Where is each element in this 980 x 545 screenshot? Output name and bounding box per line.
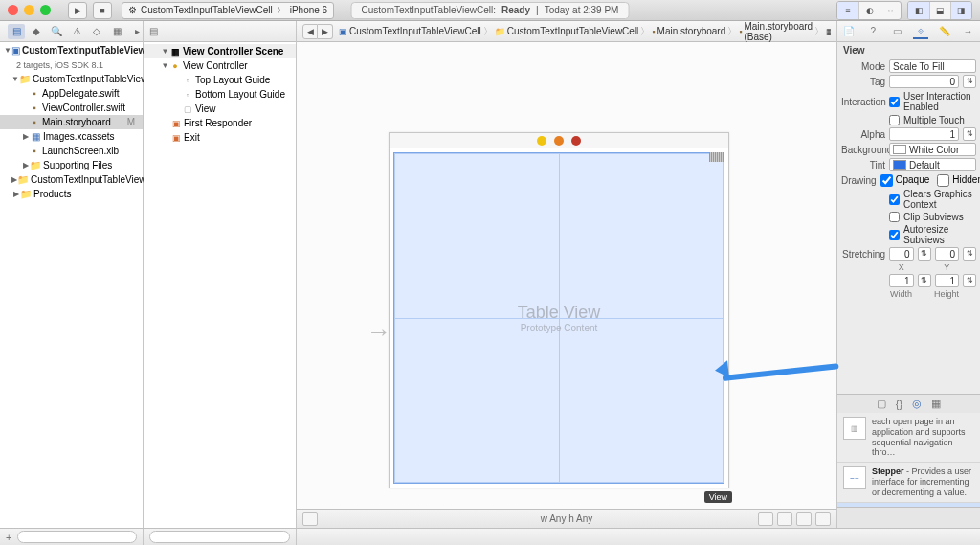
tag-field[interactable]: 0 [889,75,959,88]
file-appdelegate[interactable]: ▪AppDelegate.swift [0,86,143,101]
file-viewcontroller[interactable]: ▪ViewController.swift [0,101,143,115]
first-responder-node[interactable]: ▣First Responder [144,116,296,130]
mode-select[interactable]: Scale To Fill [889,59,976,73]
left-panel-icon[interactable]: ◧ [908,2,929,19]
tag-stepper[interactable]: ⇅ [963,75,976,88]
bottom-layout-guide[interactable]: ▫Bottom Layout Guide [144,87,296,102]
lib-item-navcontroller[interactable]: ▥each open page in an application and su… [837,413,980,463]
exit-icon[interactable] [571,136,581,146]
align-button[interactable] [758,512,773,526]
user-interaction-checkbox[interactable]: User Interaction Enabled [889,90,976,113]
nav-forward-button[interactable]: ▶ [318,24,333,39]
stretch-x-stepper[interactable]: ⇅ [918,247,931,261]
alpha-stepper[interactable]: ⇅ [963,127,976,141]
debug-navigator-icon[interactable]: ▦ [108,24,125,39]
view-node[interactable]: ▢View [144,102,296,116]
file-images[interactable]: ▶▦Images.xcassets [0,129,143,144]
code-snippet-icon[interactable]: {} [896,398,902,410]
stretch-h-field[interactable]: 1 [935,274,960,287]
table-view-drop[interactable]: Table View Prototype Content [393,152,724,484]
group-main[interactable]: ▼📁CustomTextInputTableViewCell [0,72,143,86]
view-controller-frame[interactable]: Table View Prototype Content View [389,132,729,488]
issue-navigator-icon[interactable]: ⚠ [68,24,85,39]
file-template-icon[interactable]: ▢ [877,397,886,410]
lib-item-stepper[interactable]: −+Stepper - Provides a user interface fo… [837,463,980,502]
object-library: ▥each open page in an application and su… [837,413,980,507]
stretch-w-field[interactable]: 1 [889,274,914,287]
size-class-label[interactable]: w Any h Any [541,513,592,524]
stretch-x-field[interactable]: 0 [889,247,914,261]
test-navigator-icon[interactable]: ◇ [88,24,105,39]
titlebar: ▶ ■ ⚙ CustomTextInputTableViewCell 〉 iPh… [0,0,980,21]
view-controller-node[interactable]: ▼●View Controller [144,58,296,73]
symbol-navigator-icon[interactable]: ◆ [28,24,45,39]
identity-inspector-icon[interactable]: ▭ [889,24,904,39]
media-library-icon[interactable]: ▦ [931,397,941,410]
close-icon[interactable] [8,5,18,15]
file-storyboard[interactable]: ▪Main.storyboardM [0,115,143,129]
library-footer [837,507,980,528]
resolve-button[interactable] [796,512,812,526]
editor-mode-selector[interactable]: ≡ ◐ ↔ [836,1,902,20]
exit-node[interactable]: ▣Exit [144,130,296,145]
document-outline: ▤ ▼▦View Controller Scene ▼●View Control… [144,21,297,528]
pin-button[interactable] [777,512,792,526]
clears-context-checkbox[interactable]: Clears Graphics Context [837,188,980,211]
editor-area: ◀▶ ▣CustomTextInputTableViewCell〉 📁Custo… [297,21,836,528]
group-tests[interactable]: ▶📁CustomTextInputTableViewCellTests [0,172,143,187]
file-launch[interactable]: ▪LaunchScreen.xib [0,144,143,158]
size-inspector-icon[interactable]: 📏 [937,24,952,39]
find-navigator-icon[interactable]: 🔍 [48,24,65,39]
tint-select[interactable]: Default [889,158,976,171]
help-inspector-icon[interactable]: ? [865,24,880,39]
stop-button[interactable]: ■ [93,2,112,19]
stretch-y-stepper[interactable]: ⇅ [963,247,976,261]
stepper-icon: −+ [843,466,866,489]
resizing-button[interactable] [815,512,831,526]
size-class-bar[interactable]: w Any h Any [297,509,836,528]
opaque-checkbox[interactable]: Opaque [880,174,930,187]
connections-inspector-icon[interactable]: → [961,24,976,39]
attributes-inspector-icon[interactable]: ⟐ [913,24,928,39]
project-navigator-icon[interactable]: ▤ [8,24,25,39]
hidden-checkbox[interactable]: Hidden [937,174,980,187]
scheme-selector[interactable]: ⚙ CustomTextInputTableViewCell 〉 iPhone … [122,2,334,19]
group-supporting[interactable]: ▶📁Supporting Files [0,158,143,172]
outline-toggle-button[interactable] [302,512,318,526]
outline-filter-input[interactable] [149,531,290,543]
navigator-tabs: ▤ ◆ 🔍 ⚠ ◇ ▦ ▸ ☰ [0,21,143,42]
assistant-editor-icon[interactable]: ◐ [858,2,880,19]
outline-toggle-icon[interactable]: ▤ [149,26,158,36]
navigator-panel: ▤ ◆ 🔍 ⚠ ◇ ▦ ▸ ☰ ▼▣CustomTextInputTableVi… [0,21,144,528]
stretch-h-stepper[interactable]: ⇅ [963,274,976,287]
project-root[interactable]: ▼▣CustomTextInputTableViewCell [0,43,143,57]
first-responder-icon[interactable] [554,136,564,146]
group-products[interactable]: ▶📁Products [0,187,143,201]
panel-toggle-selector[interactable]: ◧ ⬓ ◨ [907,1,972,20]
resize-handle-icon[interactable] [709,152,724,162]
add-button[interactable]: + [6,532,11,543]
alpha-field[interactable]: 1 [889,127,959,141]
autoresize-checkbox[interactable]: Autoresize Subviews [837,223,980,246]
multiple-touch-checkbox[interactable]: Multiple Touch [837,114,980,126]
nav-back-button[interactable]: ◀ [302,24,318,39]
vc-icon[interactable] [537,136,546,146]
stretch-y-field[interactable]: 0 [935,247,960,261]
scene-header[interactable]: ▼▦View Controller Scene [144,44,296,58]
run-button[interactable]: ▶ [68,2,87,19]
scene-dock[interactable] [390,133,728,148]
clip-subviews-checkbox[interactable]: Clip Subviews [837,211,980,223]
standard-editor-icon[interactable]: ≡ [837,2,858,19]
minimize-icon[interactable] [24,5,34,15]
stretch-w-stepper[interactable]: ⇅ [918,274,931,287]
version-editor-icon[interactable]: ↔ [880,2,901,19]
background-select[interactable]: White Color [889,143,976,156]
bottom-panel-icon[interactable]: ⬓ [929,2,950,19]
file-inspector-icon[interactable]: 📄 [841,24,857,39]
navigator-filter-input[interactable] [17,531,137,543]
right-panel-icon[interactable]: ◨ [950,2,971,19]
top-layout-guide[interactable]: ▫Top Layout Guide [144,73,296,87]
object-library-icon[interactable]: ◎ [912,397,922,410]
zoom-icon[interactable] [40,5,51,15]
storyboard-canvas[interactable]: → Table View Prototype Content View [297,42,836,509]
